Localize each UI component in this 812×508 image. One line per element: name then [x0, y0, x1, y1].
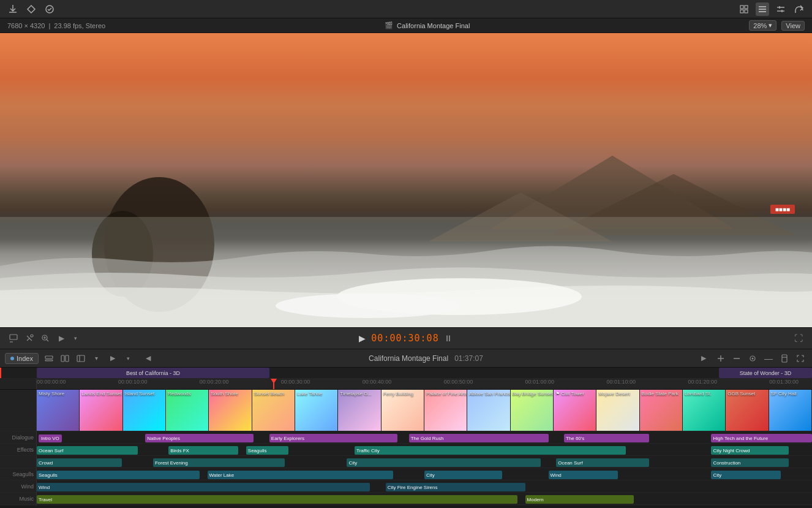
list-icon[interactable] [756, 2, 769, 16]
svg-rect-27 [782, 355, 787, 362]
music-content[interactable]: Travel Modern [37, 493, 812, 504]
tool-select-icon[interactable]: ▶ [106, 352, 119, 365]
thumb-lombard[interactable]: Lombard St. [683, 390, 726, 431]
thumb-south[interactable]: South Shore [209, 390, 252, 431]
thumb-island[interactable]: Island Sunset [123, 390, 166, 431]
thumb-bay-bridge[interactable]: Bay Bridge Sunset [511, 390, 554, 431]
arrow-dropdown-icon[interactable]: ▾ [69, 332, 81, 344]
thumb-bodie[interactable]: Bodie State Park [640, 390, 683, 431]
checkmark-icon[interactable] [43, 2, 56, 16]
select-tool-icon[interactable] [7, 332, 20, 344]
wind-clip-fire[interactable]: City Fire Engine Sirens [386, 483, 525, 491]
clip-view3-icon[interactable] [74, 352, 88, 365]
ambient1-clip-crowd[interactable]: Crowd [37, 458, 122, 467]
share-icon[interactable] [792, 2, 806, 16]
audio-icon[interactable] [746, 352, 759, 365]
dialogue-clip-gold[interactable]: The Gold Rush [409, 434, 549, 442]
timeline-next-btn[interactable]: ▶ [697, 352, 710, 365]
ruler-tick-5: 00:00:50:00 [444, 379, 473, 385]
thumb-tahoe[interactable]: Lake Tahoe [295, 390, 338, 431]
thumb-timelapse[interactable]: Timelapse G... [338, 390, 381, 431]
settings-icon[interactable] [778, 352, 791, 365]
seagulls-clip-city[interactable]: City [424, 471, 502, 479]
pause-button[interactable]: ⏸ [444, 333, 453, 343]
adjust-icon[interactable] [774, 2, 788, 16]
arrow-tool-icon[interactable]: ▶ [55, 332, 67, 344]
fullscreen-button[interactable]: ⛶ [792, 332, 805, 344]
trim-tool-icon[interactable] [23, 332, 36, 344]
thumb-label-lombard: Lombard St. [685, 391, 712, 396]
thumb-ferry[interactable]: Ferry Building [382, 390, 424, 431]
ambience-track-row: Ambience Quiet Ambience Shimmer Motion [0, 505, 812, 506]
tool-dropdown2-icon[interactable]: ▾ [122, 352, 135, 365]
video-track-content[interactable]: Misty Shore Lands End Sunset Island Suns… [37, 390, 812, 431]
video-meta-left: 7680 × 4320 | 23.98 fps, Stereo [7, 22, 105, 29]
dialogue-clip-60s[interactable]: The 60's [564, 434, 649, 442]
zoom-in-icon[interactable] [714, 352, 727, 365]
ambient1-clip-oceansurf2[interactable]: Ocean Surf [556, 458, 649, 467]
timecode-ruler: 00:00:00:00 00:00:10:00 00:00:20:00 00:0… [0, 379, 812, 390]
dialogue-clip-intro[interactable]: Intro VO [37, 434, 99, 442]
thumb-redwoods[interactable]: Redwoods [166, 390, 209, 431]
wind-clip-wind[interactable]: Wind [37, 483, 370, 491]
timeline-title-section: California Montage Final 01:37:07 [159, 354, 693, 363]
clip-dropdown-icon[interactable]: ▾ [90, 352, 103, 365]
music-clip-travel[interactable]: Travel [37, 495, 517, 504]
thumb-palace[interactable]: Palace of Fine Arts [424, 390, 467, 431]
ambient1-content[interactable]: Crowd Forest Evening City Ocean Surf Con… [37, 456, 812, 468]
wind-content[interactable]: Wind City Fire Engine Sirens [37, 480, 812, 492]
expand-icon[interactable] [794, 352, 807, 365]
ambience-content[interactable]: Quiet Ambience Shimmer Motion [37, 505, 812, 506]
clip-view-icon[interactable] [42, 352, 56, 365]
ambient1-clip-forest[interactable]: Forest Evening [153, 458, 285, 467]
clip-label-seagulls2: Seagulls [39, 472, 58, 478]
dialogue-clip-native[interactable]: Native Peoples [145, 434, 254, 442]
effects-clip-oceansurf[interactable]: Ocean Surf [37, 446, 138, 455]
effects-clip-seagulls[interactable]: Seagulls [246, 446, 289, 455]
minus-icon[interactable]: — [762, 352, 775, 365]
dialogue-clip-early[interactable]: Early Explorers [269, 434, 397, 442]
import-icon[interactable] [6, 2, 20, 16]
thumb-above-sf[interactable]: Above San Francisco [467, 390, 510, 431]
effects-clip-birds[interactable]: Birds FX [168, 446, 238, 455]
effects-content[interactable]: Ocean Surf Birds FX Seagulls Traffic Cit… [37, 444, 812, 455]
thumb-misty[interactable]: Misty Shore [37, 390, 80, 431]
timeline-area[interactable]: Best of California - 3D State of Wonder … [0, 368, 812, 506]
toolbar-left [6, 2, 56, 16]
thumb-sunset[interactable]: Sunset Beach [252, 390, 295, 431]
effects-clip-citynight[interactable]: City Night Crowd [711, 446, 789, 455]
thumb-lands[interactable]: Lands End Sunset [80, 390, 122, 431]
ambient1-clip-construction[interactable]: Construction [711, 458, 789, 467]
seagulls-clip-water[interactable]: Water Lake [208, 471, 394, 479]
index-button[interactable]: Index [5, 353, 39, 364]
play-button[interactable]: ▶ [359, 333, 366, 343]
grid-icon[interactable] [737, 2, 751, 16]
film-icon: 🎬 [385, 21, 393, 29]
music-clip-modern[interactable]: Modern [525, 495, 634, 504]
seagulls-content[interactable]: Seagulls Water Lake City Wind City [37, 468, 812, 480]
view-button[interactable]: View [781, 21, 805, 31]
thumb-label-above-sf: Above San Francisco [469, 391, 510, 396]
thumb-ggb[interactable]: GGB Sunset [726, 390, 769, 431]
effects-clip-traffic[interactable]: Traffic City [355, 446, 626, 455]
ambient1-clip-city[interactable]: City [347, 458, 541, 467]
clip-label-water: Water Lake [209, 472, 235, 478]
clip-view2-icon[interactable] [58, 352, 72, 365]
dialogue-content[interactable]: Intro VO Native Peoples Early Explorers … [37, 431, 812, 443]
thumb-label-sunset: Sunset Beach [254, 391, 285, 396]
timeline-duration: 01:37:07 [454, 354, 483, 363]
seagulls-track-row: Seagulls Seagulls Water Lake City Wind C… [0, 468, 812, 480]
thumb-mojave[interactable]: Mojave Desert [596, 390, 639, 431]
dialogue-clip-hightech[interactable]: High Tech and the Future [711, 434, 812, 442]
zoom-out-icon[interactable] [730, 352, 743, 365]
seagulls-clip-city2[interactable]: City [711, 471, 781, 479]
timeline-prev-btn[interactable]: ◀ [141, 352, 155, 365]
zoom-tool-icon[interactable] [39, 332, 51, 344]
seagulls-clip-seagulls[interactable]: Seagulls [37, 471, 200, 479]
clip-label-city2: City [426, 472, 435, 478]
thumb-sf-city[interactable]: SF City Hall [769, 390, 812, 431]
seagulls-clip-wind[interactable]: Wind [549, 471, 618, 479]
thumb-coit[interactable]: ⚑ Coit Tower [554, 390, 596, 431]
keyframe-icon[interactable] [24, 2, 38, 16]
zoom-button[interactable]: 28% ▾ [749, 20, 776, 31]
